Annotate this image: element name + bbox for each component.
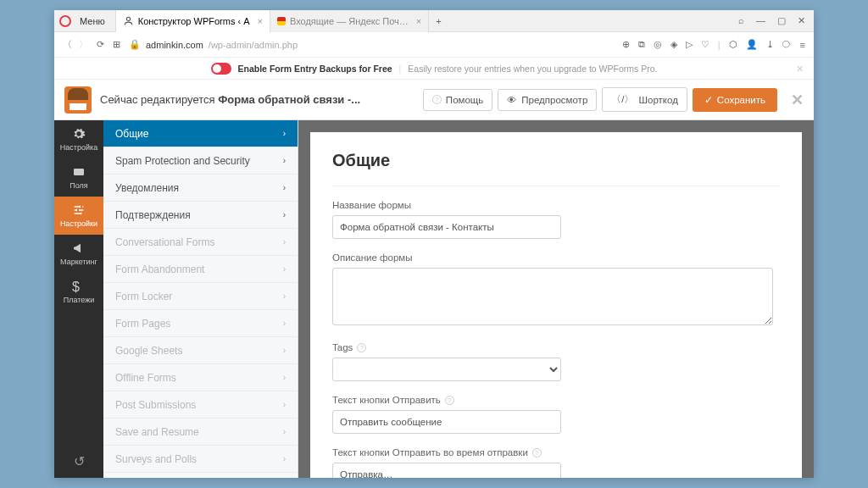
settings-item-sheets[interactable]: Google Sheets› [103, 337, 298, 364]
rail-fields[interactable]: Поля [54, 158, 103, 197]
settings-item-locker[interactable]: Form Locker› [103, 283, 298, 310]
close-builder-icon[interactable]: ✕ [791, 91, 804, 109]
search-icon[interactable]: ⌕ [738, 15, 744, 26]
chevron-right-icon: › [283, 454, 286, 463]
chevron-right-icon: › [283, 129, 286, 138]
panel-heading: Общие [332, 151, 780, 170]
settings-item-offline[interactable]: Offline Forms› [103, 364, 298, 391]
reload-icon[interactable]: ⟳ [97, 39, 104, 50]
megaphone-icon [72, 241, 86, 255]
promo-title: Enable Form Entry Backups for Free [238, 64, 392, 74]
forward-icon[interactable]: 〉 [79, 38, 88, 51]
dismiss-icon[interactable]: ✕ [796, 64, 804, 74]
settings-item-pages[interactable]: Form Pages› [103, 310, 298, 337]
settings-item-save-resume[interactable]: Save and Resume› [103, 419, 298, 446]
zoom-icon[interactable]: ⊕ [622, 39, 630, 50]
code-icon: 〈/〉 [611, 93, 634, 106]
settings-item-user-reg[interactable]: User Registration› [103, 473, 298, 478]
submit-text-input[interactable] [332, 410, 561, 434]
url-field[interactable]: 🔒 adminkin.com/wp-admin/admin.php [129, 39, 298, 50]
chevron-right-icon: › [283, 427, 286, 436]
browser-tab[interactable]: Конструктор WPForms ‹ А × [116, 10, 270, 32]
rail-revisions[interactable]: ↺ [54, 444, 103, 478]
settings-item-conversational[interactable]: Conversational Forms› [103, 229, 298, 256]
back-icon[interactable]: 〈 [63, 38, 72, 51]
yandex-icon [277, 17, 286, 25]
new-tab-button[interactable]: + [429, 16, 448, 26]
toggle-switch[interactable] [211, 63, 231, 75]
page-title: Сейчас редактируется Форма обратной связ… [100, 93, 360, 106]
minimize-icon[interactable]: — [756, 15, 765, 26]
chevron-right-icon: › [283, 319, 286, 328]
camera-icon[interactable]: ◎ [654, 39, 662, 50]
cube-icon[interactable]: ⬡ [729, 39, 737, 50]
form-name-label: Название формы [332, 200, 780, 210]
chevron-right-icon: › [283, 291, 286, 301]
profile-icon[interactable]: 👤 [746, 39, 758, 50]
easy-setup-icon[interactable]: ⧂ [782, 39, 792, 50]
left-rail: Настройка Поля Настройки Маркетинг $ Пла… [54, 120, 103, 478]
tab-title: Входящие — Яндекс Поч… [290, 16, 409, 26]
help-icon[interactable]: ? [445, 396, 454, 405]
rail-marketing[interactable]: Маркетинг [54, 235, 103, 273]
submit-sending-label: Текст кнопки Отправить во время отправки… [332, 447, 780, 458]
settings-item-surveys[interactable]: Surveys and Polls› [103, 446, 298, 473]
rail-settings[interactable]: Настройки [54, 197, 103, 235]
preview-button[interactable]: 👁Предпросмотр [498, 89, 597, 111]
settings-item-notifications[interactable]: Уведомления› [103, 175, 298, 202]
svg-point-0 [126, 17, 130, 20]
play-icon[interactable]: ▷ [686, 39, 693, 50]
chevron-right-icon: › [283, 237, 286, 247]
history-icon: ↺ [74, 453, 85, 469]
shield-icon[interactable]: ◈ [670, 39, 677, 50]
speed-dial-icon[interactable]: ⊞ [113, 39, 120, 50]
content-wrap[interactable]: Общие Название формы Описание формы Tags… [298, 120, 814, 478]
promo-banner: Enable Form Entry Backups for Free | Eas… [54, 58, 814, 80]
save-button[interactable]: ✓Сохранить [693, 88, 777, 112]
shortcode-button[interactable]: 〈/〉Шорткод [602, 87, 687, 112]
chevron-right-icon: › [283, 400, 286, 409]
maximize-icon[interactable]: ▢ [777, 15, 786, 26]
builder-header: Сейчас редактируется Форма обратной связ… [54, 80, 814, 120]
settings-item-spam[interactable]: Spam Protection and Security› [103, 147, 298, 175]
settings-item-general[interactable]: Общие› [103, 120, 298, 147]
form-desc-input[interactable] [332, 268, 773, 325]
settings-item-confirmations[interactable]: Подтверждения› [103, 202, 298, 229]
close-window-icon[interactable]: ✕ [798, 15, 805, 26]
gear-icon [72, 127, 86, 141]
browser-tab[interactable]: Входящие — Яндекс Поч… × [270, 10, 429, 32]
close-icon[interactable]: × [258, 16, 263, 26]
rail-label: Платежи [64, 296, 95, 304]
form-name-input[interactable] [332, 215, 561, 239]
help-icon: ? [432, 95, 442, 104]
help-icon[interactable]: ? [532, 448, 542, 458]
content-panel: Общие Название формы Описание формы Tags… [310, 132, 802, 478]
heart-icon[interactable]: ♡ [701, 39, 709, 50]
chevron-right-icon: › [283, 373, 286, 382]
close-icon[interactable]: × [416, 16, 421, 26]
menu-icon[interactable]: ≡ [800, 40, 805, 50]
url-path: /wp-admin/admin.php [209, 40, 298, 50]
tags-select[interactable] [332, 358, 561, 381]
address-bar: 〈 〉 ⟳ ⊞ 🔒 adminkin.com/wp-admin/admin.ph… [54, 32, 814, 58]
promo-subtitle: Easily restore your entries when you upg… [408, 64, 657, 74]
chevron-right-icon: › [283, 156, 286, 165]
settings-item-abandonment[interactable]: Form Abandonment› [103, 256, 298, 283]
download-icon[interactable]: ⤓ [766, 39, 774, 50]
chevron-right-icon: › [283, 210, 286, 219]
person-icon [123, 15, 134, 26]
rail-label: Маркетинг [60, 258, 97, 266]
submit-sending-input[interactable] [332, 463, 561, 478]
rail-label: Поля [70, 181, 87, 190]
dollar-icon: $ [72, 280, 86, 293]
help-button[interactable]: ?Помощь [423, 89, 492, 111]
rail-payments[interactable]: $ Платежи [54, 273, 103, 311]
settings-item-post[interactable]: Post Submissions› [103, 391, 298, 419]
wpforms-logo [64, 86, 92, 114]
rail-setup[interactable]: Настройка [54, 120, 103, 158]
chevron-right-icon: › [283, 346, 286, 355]
screenshot-icon[interactable]: ⧉ [638, 39, 645, 50]
help-icon[interactable]: ? [357, 343, 366, 352]
builder-body: Настройка Поля Настройки Маркетинг $ Пла… [54, 120, 814, 478]
opera-menu[interactable]: Меню [54, 10, 116, 31]
